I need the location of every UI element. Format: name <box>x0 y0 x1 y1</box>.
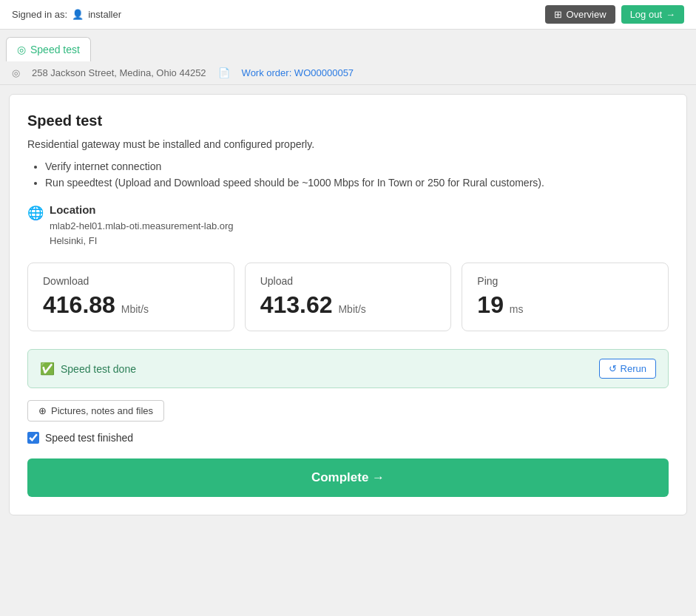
overview-label: Overview <box>566 9 606 20</box>
download-label: Download <box>43 275 219 287</box>
upload-box: Upload 413.62 Mbit/s <box>245 263 452 331</box>
logout-button[interactable]: Log out → <box>621 5 684 24</box>
address-text: 258 Jackson Street, Medina, Ohio 44252 <box>32 67 206 78</box>
rerun-label: Rerun <box>621 363 646 374</box>
speed-boxes: Download 416.88 Mbit/s Upload 413.62 Mbi… <box>27 263 669 331</box>
ping-value: 19 <box>477 291 504 318</box>
pictures-label: Pictures, notes and files <box>51 405 153 416</box>
arrow-right-icon: → <box>666 9 675 20</box>
header: Signed in as: 👤 installer ⊞ Overview Log… <box>0 0 696 30</box>
ping-unit: ms <box>510 303 524 315</box>
pictures-button[interactable]: ⊕ Pictures, notes and files <box>27 400 164 422</box>
grid-icon: ⊞ <box>554 9 562 20</box>
complete-label: Complete → <box>311 470 385 485</box>
globe-icon: 🌐 <box>27 205 44 221</box>
bullet-item-1: Verify internet connection <box>45 160 669 172</box>
work-order-link[interactable]: Work order: WO00000057 <box>242 67 354 78</box>
location-dot-icon: ◎ <box>17 44 26 55</box>
bullet-item-2: Run speedtest (Upload and Download speed… <box>45 177 669 189</box>
speed-test-tab[interactable]: ◎ Speed test <box>6 37 91 61</box>
download-value: 416.88 <box>43 291 115 318</box>
username: installer <box>88 9 121 20</box>
address-bar: ◎ 258 Jackson Street, Medina, Ohio 44252… <box>0 61 696 85</box>
plus-circle-icon: ⊕ <box>38 405 47 416</box>
rerun-button[interactable]: ↺ Rerun <box>599 359 656 379</box>
location-info: Location mlab2-hel01.mlab-oti.measuremen… <box>50 203 234 248</box>
document-icon: 📄 <box>218 67 230 78</box>
ping-label: Ping <box>477 275 653 287</box>
main-content: Speed test Residential gateway must be i… <box>0 85 696 524</box>
complete-button[interactable]: Complete → <box>27 458 669 497</box>
status-text-group: ✅ Speed test done <box>40 362 136 376</box>
tabs-area: ◎ Speed test <box>0 30 696 61</box>
upload-value: 413.62 <box>260 291 333 318</box>
status-message: Speed test done <box>61 363 136 375</box>
card-description: Residential gateway must be installed an… <box>27 138 669 150</box>
download-box: Download 416.88 Mbit/s <box>27 263 234 331</box>
tab-label: Speed test <box>30 44 80 55</box>
signed-in-label: Signed in as: <box>12 9 67 20</box>
status-banner: ✅ Speed test done ↺ Rerun <box>27 349 669 388</box>
checkbox-label: Speed test finished <box>45 432 133 444</box>
bullet-list: Verify internet connection Run speedtest… <box>27 160 669 189</box>
location-section: 🌐 Location mlab2-hel01.mlab-oti.measurem… <box>27 203 669 248</box>
location-label: Location <box>50 203 234 216</box>
person-icon: 👤 <box>72 9 84 20</box>
download-unit: Mbit/s <box>121 303 149 315</box>
signed-in-info: Signed in as: 👤 installer <box>12 9 121 20</box>
location-server: mlab2-hel01.mlab-oti.measurement-lab.org… <box>50 219 234 248</box>
speed-test-card: Speed test Residential gateway must be i… <box>9 94 687 515</box>
header-buttons: ⊞ Overview Log out → <box>545 5 684 24</box>
checkbox-row: Speed test finished <box>27 432 669 444</box>
check-circle-icon: ✅ <box>40 362 55 376</box>
address-icon: ◎ <box>12 67 20 78</box>
ping-box: Ping 19 ms <box>462 263 669 331</box>
logout-label: Log out <box>630 9 662 20</box>
overview-button[interactable]: ⊞ Overview <box>545 5 615 24</box>
card-title: Speed test <box>27 112 669 129</box>
upload-label: Upload <box>260 275 436 287</box>
speed-test-finished-checkbox[interactable] <box>27 432 39 444</box>
refresh-icon: ↺ <box>609 363 617 374</box>
upload-unit: Mbit/s <box>338 303 365 315</box>
